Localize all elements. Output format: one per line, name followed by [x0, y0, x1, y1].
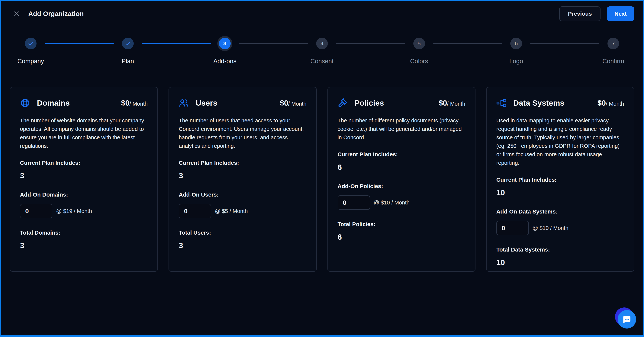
- addon-quantity-input[interactable]: [496, 221, 529, 235]
- price-amount: $0: [121, 99, 130, 107]
- total-label: Total Domains:: [20, 230, 148, 236]
- previous-button[interactable]: Previous: [559, 6, 600, 21]
- chat-launcher-button[interactable]: [617, 310, 636, 328]
- step-number: 3: [219, 38, 231, 49]
- gavel-icon: [338, 98, 348, 108]
- card-title: Users: [196, 99, 217, 108]
- next-button[interactable]: Next: [607, 6, 634, 21]
- addon-label: Add-On Users:: [179, 192, 306, 198]
- step-label: Consent: [310, 58, 334, 65]
- price-period: / Month: [447, 101, 465, 107]
- step-company[interactable]: Company: [16, 38, 45, 65]
- step-consent[interactable]: 4 Consent: [308, 38, 336, 65]
- card-description: Used in data mapping to enable easier pr…: [496, 116, 624, 167]
- stepper-connector: [239, 43, 308, 44]
- price-period: / Month: [288, 101, 306, 107]
- step-confirm[interactable]: 7 Confirm: [599, 38, 628, 65]
- current-plan-value: 3: [179, 171, 306, 180]
- step-label: Logo: [509, 58, 523, 65]
- step-number: 6: [510, 38, 522, 49]
- card-header: Policies $0 / Month: [338, 98, 465, 108]
- current-plan-label: Current Plan Includes:: [338, 151, 465, 158]
- card-title: Data Systems: [513, 99, 564, 108]
- card-header: Users $0 / Month: [179, 98, 306, 108]
- card-description: The number of users that need access to …: [179, 116, 306, 150]
- addon-cards: Domains $0 / Month The number of website…: [1, 87, 643, 272]
- addon-input-row: @ $5 / Month: [179, 204, 306, 218]
- current-plan-label: Current Plan Includes:: [179, 160, 306, 166]
- card-header: Domains $0 / Month: [20, 98, 148, 108]
- addon-rate: @ $5 / Month: [215, 208, 248, 214]
- total-label: Total Policies:: [338, 221, 465, 228]
- card-header: Data Systems $0 / Month: [496, 98, 624, 108]
- addon-rate: @ $19 / Month: [56, 208, 92, 214]
- stepper-connector: [45, 43, 114, 44]
- step-label: Colors: [410, 58, 428, 65]
- total-value: 3: [20, 241, 148, 250]
- card-price: $0 / Month: [439, 99, 465, 107]
- price-period: / Month: [606, 101, 624, 107]
- step-colors[interactable]: 5 Colors: [405, 38, 433, 65]
- card-description: The number of website domains that your …: [20, 116, 148, 150]
- addon-rate: @ $10 / Month: [532, 225, 568, 231]
- stepper-connector: [142, 43, 211, 44]
- step-logo[interactable]: 6 Logo: [502, 38, 530, 65]
- step-label: Add-ons: [213, 58, 236, 65]
- step-add-ons[interactable]: 3 Add-ons: [211, 38, 239, 65]
- policies-card: Policies $0 / Month The number of differ…: [328, 87, 476, 272]
- addon-input-row: @ $10 / Month: [496, 221, 624, 235]
- total-value: 6: [338, 233, 465, 242]
- price-period: / Month: [130, 101, 148, 107]
- addon-label: Add-On Domains:: [20, 192, 148, 198]
- stepper-connector: [433, 43, 502, 44]
- current-plan-value: 10: [496, 188, 624, 197]
- page-title: Add Organization: [28, 10, 84, 18]
- modal-header: Add Organization Previous Next: [1, 1, 643, 26]
- card-price: $0 / Month: [280, 99, 306, 107]
- header-left: Add Organization: [12, 10, 84, 18]
- globe-icon: [20, 98, 30, 108]
- current-plan-value: 6: [338, 163, 465, 172]
- card-title: Domains: [37, 99, 70, 108]
- price-amount: $0: [439, 99, 447, 107]
- addon-input-row: @ $10 / Month: [338, 196, 465, 210]
- addon-label: Add-On Policies:: [338, 183, 465, 190]
- price-amount: $0: [280, 99, 288, 107]
- current-plan-label: Current Plan Includes:: [20, 160, 148, 166]
- step-label: Confirm: [602, 58, 624, 65]
- price-amount: $0: [598, 99, 606, 107]
- addon-rate: @ $10 / Month: [374, 200, 410, 206]
- wizard-stepper: Company Plan 3 Add-ons 4 Consent 5 Color…: [1, 26, 643, 65]
- check-icon: [25, 38, 36, 49]
- stepper-connector: [336, 43, 405, 44]
- stepper-connector: [530, 43, 599, 44]
- card-price: $0 / Month: [121, 99, 148, 107]
- total-label: Total Data Systems:: [496, 246, 624, 253]
- total-value: 3: [179, 241, 306, 250]
- step-label: Company: [17, 58, 44, 65]
- current-plan-label: Current Plan Includes:: [496, 176, 624, 183]
- card-title: Policies: [354, 99, 384, 108]
- addon-quantity-input[interactable]: [20, 204, 52, 218]
- domains-card: Domains $0 / Month The number of website…: [10, 87, 158, 272]
- users-card: Users $0 / Month The number of users tha…: [168, 87, 316, 272]
- data-systems-card: Data Systems $0 / Month Used in data map…: [486, 87, 634, 272]
- users-icon: [179, 98, 189, 108]
- addon-quantity-input[interactable]: [338, 196, 370, 210]
- addon-label: Add-On Data Systems:: [496, 208, 624, 215]
- current-plan-value: 3: [20, 171, 148, 180]
- addon-quantity-input[interactable]: [179, 204, 211, 218]
- step-number: 5: [413, 38, 425, 49]
- step-plan[interactable]: Plan: [114, 38, 142, 65]
- card-price: $0 / Month: [598, 99, 624, 107]
- addon-input-row: @ $19 / Month: [20, 204, 148, 218]
- check-icon: [122, 38, 134, 49]
- total-label: Total Users:: [179, 230, 306, 236]
- step-label: Plan: [122, 58, 134, 65]
- step-number: 4: [316, 38, 328, 49]
- card-description: The number of different policy documents…: [338, 116, 465, 142]
- data-systems-icon: [496, 98, 506, 108]
- add-organization-modal: Add Organization Previous Next Company P…: [0, 0, 644, 337]
- chat-bubble-icon: [618, 310, 636, 328]
- close-icon[interactable]: [12, 10, 21, 18]
